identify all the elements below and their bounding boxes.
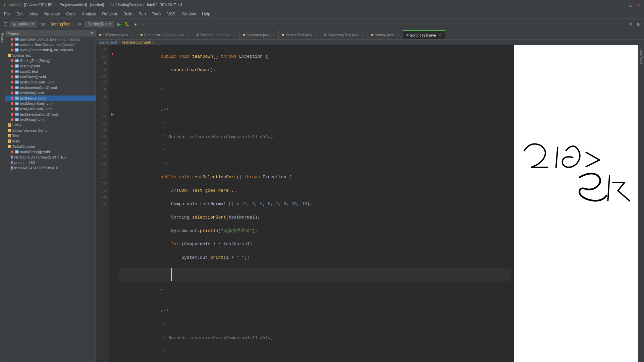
method-badge: m <box>15 80 19 84</box>
coverage-button[interactable]: ◈ <box>132 21 139 27</box>
tab-close-icon[interactable]: ✕ <box>187 33 190 37</box>
breadcrumb-class[interactable]: SortingTest <box>99 40 117 44</box>
tree-item-swap[interactable]: m swap(Comparable[], int, int):void <box>5 47 96 53</box>
tab-close-icon[interactable]: ✕ <box>397 33 399 37</box>
menu-vcs[interactable]: VCS <box>165 11 178 17</box>
menu-help[interactable]: Help <box>199 11 213 17</box>
close-button[interactable]: ✕ <box>636 2 641 8</box>
menu-code[interactable]: Code <box>63 11 78 17</box>
status-icon <box>11 118 13 121</box>
tab-close-icon[interactable]: ✕ <box>362 33 364 37</box>
breadcrumb-method[interactable]: testSelectionSort() <box>122 40 153 44</box>
tree-item-sortingtest-class[interactable]: c SortingTest <box>5 53 96 58</box>
tree-item-suite[interactable]: m suite():Test <box>5 69 96 74</box>
menu-run[interactable]: Run <box>136 11 149 17</box>
tab-close-icon[interactable]: ✕ <box>272 33 275 37</box>
tree-item-maxcashiers[interactable]: f theMAXCASHIERS:int = 10 <box>5 165 96 171</box>
tree-item-testinsertionsort[interactable]: m testInsertionSort():void <box>5 85 96 90</box>
settings-icon[interactable]: ⚙ <box>627 21 634 27</box>
tab-customer[interactable]: Customer.java ✕ <box>239 30 279 40</box>
grid-icon[interactable]: ⊞ <box>635 21 642 27</box>
tab-close-icon[interactable]: ✕ <box>439 33 441 37</box>
code-line-35: Sorting.selectionSort(testNormal); <box>119 214 511 228</box>
more-run-button[interactable]: ⋯ <box>140 21 147 27</box>
method-badge: m <box>15 97 19 100</box>
tab-label: TriElement.java <box>103 33 128 37</box>
project-label[interactable]: Project <box>0 32 5 45</box>
menu-refactor[interactable]: Refactor <box>100 11 120 17</box>
tab-circulararrayqueue[interactable]: CircularArrayQueue.java ✕ <box>137 30 193 40</box>
menu-analyze[interactable]: Analyze <box>79 11 99 17</box>
run-config-dropdown[interactable]: SortingTest ▾ <box>84 21 114 27</box>
menu-navigate[interactable]: Navigate <box>42 11 63 17</box>
debug-button[interactable]: 🐛 <box>124 21 130 27</box>
menu-window[interactable]: Window <box>179 11 199 17</box>
tab-label: SearchingTest.java <box>328 33 359 37</box>
status-icon <box>11 102 13 105</box>
tree-item-label: tearDown():void <box>20 75 46 79</box>
tab-sorting[interactable]: Sorting.java ✕ <box>368 30 403 40</box>
tree-item-stringtokenizer[interactable]: c StringTokenizerDemo <box>5 128 96 133</box>
menu-edit[interactable]: Edit <box>14 11 26 17</box>
tab-trielement[interactable]: TriElement.java ✕ <box>96 30 137 40</box>
menu-view[interactable]: View <box>27 11 41 17</box>
tab-searchtest[interactable]: SearchTest.java ✕ <box>279 30 321 40</box>
menu-file[interactable]: File <box>1 11 13 17</box>
method-badge: m <box>15 43 19 46</box>
project-dropdown[interactable]: ⊞ untitled ▾ <box>10 21 37 27</box>
toolbar-icon-1[interactable]: ☰ <box>2 21 9 27</box>
tree-item-sortingtest-constructor[interactable]: m SortingTest(String) <box>5 58 96 63</box>
build-icon[interactable]: ⚙ <box>76 21 83 27</box>
tree-item-testmerge[interactable]: m testMerge():void <box>5 96 96 101</box>
tab-sortingtest[interactable]: SortingTest.java ✕ <box>403 30 445 40</box>
tab-searchingtest[interactable]: SearchingTest.java ✕ <box>321 30 368 40</box>
method-badge: m <box>15 118 19 121</box>
minimize-button[interactable]: ─ <box>620 2 625 8</box>
code-line-39[interactable] <box>119 268 511 281</box>
gutter-run-32[interactable]: ▶ <box>109 112 116 119</box>
code-line-37: for (Comparable i : testNormal) <box>119 241 511 254</box>
tab-close-icon[interactable]: ✕ <box>131 33 133 37</box>
tree-item-label: testMerge():void <box>20 96 47 100</box>
tab-ticketcounter[interactable]: TicketCounter.java ✕ <box>193 30 239 40</box>
tree-gear-icon[interactable]: ⚙ <box>90 31 94 36</box>
tree-item-selectionsort[interactable]: m selectionSort(Comparable[]):void <box>5 42 96 47</box>
right-panel-label[interactable]: Invent Build <box>639 45 644 65</box>
menu-tools[interactable]: Tools <box>149 11 164 17</box>
tree-item-label: selectionSort(Comparable[]):void <box>20 43 74 47</box>
tree-item-pro[interactable]: f pro:int = 150 <box>5 160 96 165</box>
code-editor[interactable]: 22 23 24 25 26 27 28 29 30 31 32 33 34 3… <box>96 45 514 362</box>
tree-item-main[interactable]: m main(String[]):void <box>5 149 96 155</box>
tree-item-testselection[interactable]: m testSelectionSort():void <box>5 112 96 117</box>
tree-item-testmergesort[interactable]: m testMergeSort():void <box>5 101 96 106</box>
tree-item-quicksort[interactable]: m quickSort(Comparable[], int, int):void <box>5 37 96 42</box>
tree-item-test1[interactable]: c test1 <box>5 138 96 144</box>
tree-item-teardown[interactable]: m tearDown():void <box>5 74 96 79</box>
code-content[interactable]: public void tearDown() throws Exception … <box>116 45 514 362</box>
tree-item-testbubblesort[interactable]: m testBubbleSort():void <box>5 79 96 85</box>
tree-item-testswap[interactable]: m testSwap():void <box>5 117 96 122</box>
tree-item-numofcustomers[interactable]: f NUMOFCUSTOMERS:int = 100 <box>5 155 96 160</box>
gutter-breakpoint-23[interactable]: ● <box>109 52 116 59</box>
tree-item-ticketcounter[interactable]: c TicketCounter <box>5 144 96 149</box>
breadcrumb-src[interactable]: src <box>41 22 46 26</box>
title-bar-controls[interactable]: ─ □ ✕ <box>620 2 641 8</box>
tree-item-label: SortingTest(String) <box>20 59 51 63</box>
status-icon <box>11 70 13 73</box>
tree-item-testmain[interactable]: m testMain():void <box>5 90 96 96</box>
run-config-label: SortingTest <box>88 22 108 26</box>
code-line-45: * <box>119 348 511 362</box>
tab-close-icon[interactable]: ✕ <box>233 33 236 37</box>
code-line-32: public void testSelectionSort() throws E… <box>119 174 511 187</box>
menu-build[interactable]: Build <box>121 11 135 17</box>
window-title: untitled - [C:\Users\齐力择\IdeaProjects\un… <box>9 2 182 7</box>
tree-item-stack[interactable]: c Stack <box>5 122 96 128</box>
tree-item-test[interactable]: c Test <box>5 133 96 138</box>
chevron-icon: ▾ <box>32 22 34 26</box>
tree-item-setup[interactable]: m setUp():void <box>5 63 96 69</box>
tree-item-testquicksort[interactable]: m testQuickSort():void <box>5 106 96 112</box>
run-button[interactable]: ▶ <box>116 21 122 27</box>
tab-close-icon[interactable]: ✕ <box>315 33 317 37</box>
maximize-button[interactable]: □ <box>628 2 633 8</box>
breadcrumb-class[interactable]: SortingTest <box>50 22 70 26</box>
